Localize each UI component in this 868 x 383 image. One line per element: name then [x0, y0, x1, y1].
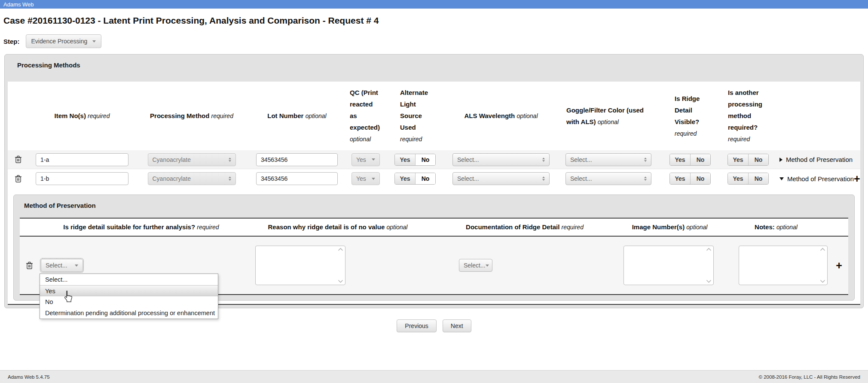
footer: Adams Web 5.4.75 © 2008-2016 Foray, LLC …	[0, 370, 868, 383]
notes-textarea[interactable]	[740, 247, 819, 284]
chevron-down-icon	[372, 178, 375, 180]
next-button[interactable]: Next	[443, 319, 471, 332]
textarea-scroll-rail	[706, 248, 712, 283]
item-no-input[interactable]	[36, 172, 128, 185]
step-row: Step: Evidence Processing	[3, 34, 868, 48]
titlebar: Adams Web	[0, 0, 868, 9]
chevron-right-icon	[779, 158, 782, 162]
column-header-documentation: Documentation of Ridge Detail required	[432, 221, 617, 233]
notes-textarea-container	[739, 246, 828, 285]
als-used-toggle: Yes No	[394, 154, 436, 166]
app-name: Adams Web	[3, 1, 34, 8]
footer-copyright: © 2008-2016 Foray, LLC - All Rights Rese…	[759, 374, 860, 380]
delete-row-button[interactable]	[15, 175, 22, 183]
als-used-toggle: Yes No	[394, 173, 436, 185]
updown-arrows-icon	[644, 158, 647, 162]
lot-number-input[interactable]	[256, 153, 338, 166]
column-header-notes: Notes: optional	[722, 221, 830, 233]
column-header-goggle-filter: Goggle/Filter Color (used with ALS) opti…	[557, 104, 660, 128]
table-header-row: Item No(s) required Processing Method re…	[8, 82, 860, 150]
preservation-row: Select... Select... Yes No Determination…	[20, 237, 848, 294]
another-method-toggle: Yes No	[727, 154, 769, 166]
step-select[interactable]: Evidence Processing	[26, 34, 101, 48]
step-select-value: Evidence Processing	[31, 38, 88, 45]
als-used-no-option[interactable]: No	[415, 154, 435, 165]
als-wavelength-select[interactable]: Select...	[452, 172, 550, 185]
column-header-image-numbers: Image Number(s) optional	[617, 221, 722, 233]
method-of-preservation-table: Is ridge detail suitable for further ana…	[20, 218, 848, 295]
scroll-down-icon	[338, 280, 343, 283]
step-label: Step:	[3, 38, 20, 45]
column-header-als-wavelength: ALS Wavelength optional	[445, 110, 557, 122]
item-no-input[interactable]	[36, 153, 128, 166]
another-method-yes-option[interactable]: Yes	[728, 173, 748, 184]
column-header-lot-number: Lot Number optional	[248, 110, 346, 122]
goggle-filter-color-select[interactable]: Select...	[565, 153, 651, 166]
goggle-filter-color-select[interactable]: Select...	[565, 172, 651, 185]
column-header-reason: Reason why ridge detail is of no value o…	[243, 221, 432, 233]
lot-number-input[interactable]	[256, 172, 338, 185]
preservation-header-row: Is ridge detail suitable for further ana…	[20, 219, 848, 237]
chevron-down-icon	[486, 264, 489, 267]
method-of-preservation-expander[interactable]: Method of Preservation	[779, 156, 853, 163]
another-method-no-option[interactable]: No	[748, 154, 768, 165]
ridge-detail-visible-toggle: Yes No	[669, 173, 711, 185]
column-header-processing-method: Processing Method required	[136, 110, 248, 122]
suitable-dropdown-menu: Select... Yes No Determination pending a…	[40, 274, 218, 319]
textarea-scroll-rail	[337, 248, 344, 283]
method-of-preservation-expander[interactable]: Method of Preservation	[779, 175, 854, 182]
menu-option-select[interactable]: Select...	[40, 274, 218, 285]
page-title: Case #20161130-0123 - Latent Print Proce…	[3, 15, 868, 26]
table-row: Cyanoacrylate Yes Yes No Select...	[8, 150, 860, 169]
navigation-row: Previous Next	[0, 319, 868, 332]
qc-select[interactable]: Yes	[351, 153, 380, 166]
ridge-detail-visible-toggle: Yes No	[669, 154, 711, 166]
textarea-scroll-rail	[819, 248, 826, 283]
column-header-another-method: Is another processing method required? r…	[720, 87, 776, 145]
ridge-visible-yes-option[interactable]: Yes	[670, 154, 690, 165]
delete-row-button[interactable]	[15, 155, 22, 164]
delete-preservation-row-button[interactable]	[26, 261, 33, 270]
processing-method-select[interactable]: Cyanoacrylate	[148, 153, 236, 166]
processing-method-select[interactable]: Cyanoacrylate	[148, 172, 236, 185]
cursor-pointer-icon	[62, 290, 73, 303]
suitable-select[interactable]: Select...	[41, 259, 83, 272]
processing-methods-table: Item No(s) required Processing Method re…	[8, 82, 860, 305]
processing-methods-title: Processing Methods	[8, 61, 860, 69]
method-of-preservation-title: Method of Preservation	[20, 201, 848, 209]
column-header-item-no: Item No(s) required	[28, 110, 136, 122]
add-preservation-row-button[interactable]: +	[836, 260, 842, 271]
trash-icon	[26, 261, 33, 270]
trash-icon	[15, 175, 22, 183]
another-method-no-option[interactable]: No	[748, 173, 768, 184]
als-used-yes-option[interactable]: Yes	[395, 173, 415, 184]
updown-arrows-icon	[542, 176, 545, 181]
updown-arrows-icon	[542, 158, 545, 162]
table-row: Cyanoacrylate Yes Yes No Select...	[8, 169, 860, 188]
image-numbers-textarea[interactable]	[625, 247, 705, 284]
scroll-up-icon	[706, 248, 712, 251]
reason-textarea-container	[255, 246, 345, 285]
als-used-no-option[interactable]: No	[415, 173, 435, 184]
documentation-select[interactable]: Select...	[459, 259, 492, 272]
ridge-visible-yes-option[interactable]: Yes	[670, 173, 690, 184]
updown-arrows-icon	[229, 158, 231, 162]
column-header-suitable: Is ridge detail suitable for further ana…	[39, 221, 243, 233]
menu-option-determination-pending[interactable]: Determination pending additional process…	[40, 307, 218, 319]
add-row-button[interactable]: +	[854, 173, 860, 184]
ridge-visible-no-option[interactable]: No	[690, 154, 710, 165]
als-used-yes-option[interactable]: Yes	[395, 154, 415, 165]
reason-textarea[interactable]	[257, 247, 336, 284]
another-method-yes-option[interactable]: Yes	[728, 154, 748, 165]
als-wavelength-select[interactable]: Select...	[452, 153, 550, 166]
processing-methods-panel: Processing Methods Item No(s) required P…	[4, 54, 864, 308]
chevron-down-icon	[92, 40, 96, 43]
ridge-visible-no-option[interactable]: No	[690, 173, 710, 184]
qc-select[interactable]: Yes	[351, 172, 380, 185]
column-header-als-used: Alternate Light Source Used required	[385, 87, 445, 145]
scroll-up-icon	[338, 248, 343, 251]
previous-button[interactable]: Previous	[397, 319, 436, 332]
scroll-up-icon	[820, 248, 825, 251]
chevron-down-icon	[75, 264, 78, 267]
method-of-preservation-panel: Method of Preservation Is ridge detail s…	[13, 195, 855, 301]
